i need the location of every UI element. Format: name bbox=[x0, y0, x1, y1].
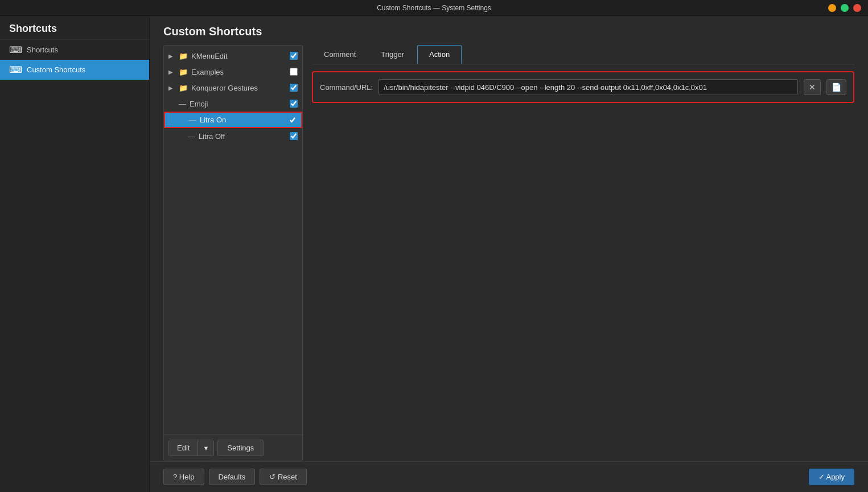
edit-button[interactable]: Edit bbox=[169, 440, 198, 456]
bottom-bar: ? Help Defaults ↺ Reset ✓ Apply bbox=[150, 461, 868, 492]
tree-item-examples[interactable]: ▶ 📁 Examples bbox=[164, 64, 302, 80]
custom-shortcuts-icon: ⌨ bbox=[9, 64, 22, 75]
folder-icon: 📁 bbox=[179, 52, 188, 60]
chevron-icon: ▶ bbox=[168, 85, 175, 91]
reset-button[interactable]: ↺ Reset bbox=[260, 469, 307, 485]
browse-file-button[interactable]: 📄 bbox=[826, 79, 846, 95]
sidebar-item-shortcuts[interactable]: ⌨ Shortcuts bbox=[0, 40, 149, 60]
tree-item-litra-on-label: Litra On bbox=[200, 116, 226, 124]
tab-action[interactable]: Action bbox=[417, 45, 462, 64]
shortcuts-icon: ⌨ bbox=[9, 44, 22, 55]
tree-content: ▶ 📁 KMenuEdit ▶ 📁 Examples ▶ bbox=[164, 46, 302, 434]
tree-item-litra-on[interactable]: ▶ — Litra On bbox=[164, 112, 302, 128]
main-layout: Shortcuts ⌨ Shortcuts ⌨ Custom Shortcuts… bbox=[0, 16, 868, 492]
kmenuEdit-checkbox[interactable] bbox=[290, 52, 298, 60]
tree-actions: Edit ▼ Settings bbox=[164, 434, 302, 461]
tree-item-emoji[interactable]: ▶ — Emoji bbox=[164, 96, 302, 112]
command-input[interactable] bbox=[379, 79, 798, 95]
apply-button[interactable]: ✓ Apply bbox=[809, 469, 854, 485]
defaults-button[interactable]: Defaults bbox=[209, 469, 256, 485]
file-icon: — bbox=[179, 100, 186, 108]
litra-on-checkbox[interactable] bbox=[289, 116, 297, 124]
tree-item-konqueror-label: Konqueror Gestures bbox=[191, 84, 258, 92]
sidebar-item-custom-shortcuts-label: Custom Shortcuts bbox=[27, 65, 85, 74]
window-controls bbox=[828, 4, 861, 12]
command-row: Command/URL: ✕ 📄 bbox=[312, 71, 854, 103]
chevron-icon: ▶ bbox=[168, 53, 175, 59]
file-icon: — bbox=[188, 132, 195, 141]
sidebar: Shortcuts ⌨ Shortcuts ⌨ Custom Shortcuts bbox=[0, 16, 150, 492]
maximize-button[interactable] bbox=[841, 4, 849, 12]
page-title: Custom Shortcuts bbox=[150, 16, 868, 45]
tree-item-emoji-label: Emoji bbox=[190, 100, 208, 108]
tab-comment[interactable]: Comment bbox=[312, 45, 368, 64]
settings-button[interactable]: Settings bbox=[217, 440, 264, 456]
edit-dropdown-button[interactable]: ▼ bbox=[198, 440, 213, 456]
tree-item-konqueror[interactable]: ▶ 📁 Konqueror Gestures bbox=[164, 80, 302, 96]
folder-icon: 📁 bbox=[179, 68, 188, 76]
close-button[interactable] bbox=[853, 4, 861, 12]
litra-off-checkbox[interactable] bbox=[290, 132, 298, 140]
tree-panel: ▶ 📁 KMenuEdit ▶ 📁 Examples ▶ bbox=[163, 45, 303, 461]
content-area: Custom Shortcuts ▶ 📁 KMenuEdit ▶ 📁 bbox=[150, 16, 868, 492]
right-panel: Comment Trigger Action Command/URL: ✕ bbox=[312, 45, 854, 461]
tabs-bar: Comment Trigger Action bbox=[312, 45, 854, 64]
tab-trigger[interactable]: Trigger bbox=[369, 45, 416, 64]
folder-icon: 📁 bbox=[179, 84, 188, 92]
help-button[interactable]: ? Help bbox=[163, 469, 204, 485]
action-content: Command/URL: ✕ 📄 bbox=[312, 71, 854, 461]
minimize-button[interactable] bbox=[828, 4, 836, 12]
tree-item-kmenuEdit-label: KMenuEdit bbox=[191, 52, 228, 60]
chevron-icon: ▶ bbox=[168, 69, 175, 75]
file-icon: — bbox=[189, 116, 196, 124]
sidebar-item-custom-shortcuts[interactable]: ⌨ Custom Shortcuts bbox=[0, 60, 149, 80]
edit-split-button: Edit ▼ bbox=[168, 440, 214, 456]
examples-checkbox[interactable] bbox=[290, 68, 298, 76]
tree-item-examples-label: Examples bbox=[191, 68, 224, 76]
tree-item-kmenuEdit[interactable]: ▶ 📁 KMenuEdit bbox=[164, 48, 302, 64]
konqueror-checkbox[interactable] bbox=[290, 84, 298, 92]
tree-item-litra-off-label: Litra Off bbox=[199, 132, 225, 141]
sidebar-item-shortcuts-label: Shortcuts bbox=[27, 46, 58, 54]
titlebar: Custom Shortcuts — System Settings bbox=[0, 0, 868, 16]
command-label: Command/URL: bbox=[320, 83, 373, 92]
tree-item-litra-off[interactable]: ▶ — Litra Off bbox=[164, 128, 302, 144]
emoji-checkbox[interactable] bbox=[290, 100, 298, 108]
content-body: ▶ 📁 KMenuEdit ▶ 📁 Examples ▶ bbox=[150, 45, 868, 461]
clear-command-button[interactable]: ✕ bbox=[804, 79, 821, 95]
sidebar-header: Shortcuts bbox=[0, 16, 149, 40]
window-title: Custom Shortcuts — System Settings bbox=[377, 4, 491, 12]
